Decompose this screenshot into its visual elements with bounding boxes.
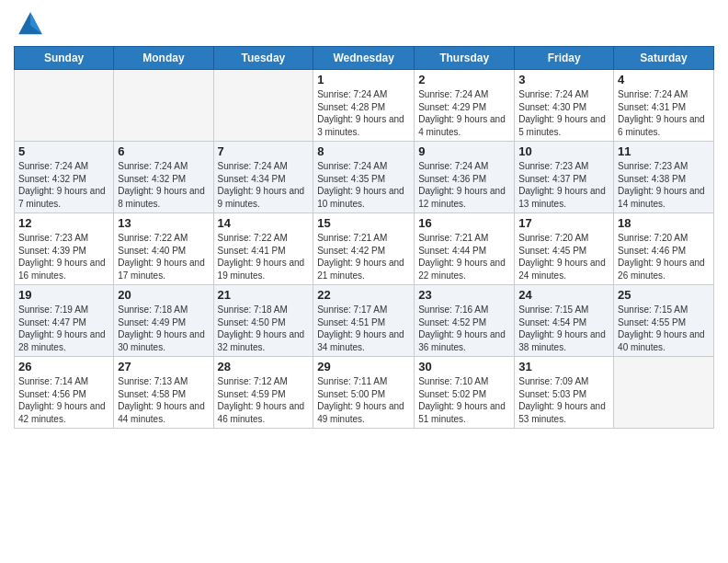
day-number: 14: [218, 216, 310, 230]
day-number: 20: [118, 288, 209, 302]
day-info: Sunrise: 7:21 AMSunset: 4:42 PMDaylight:…: [317, 232, 410, 282]
day-info: Sunrise: 7:24 AMSunset: 4:34 PMDaylight:…: [218, 160, 310, 210]
day-info: Sunrise: 7:24 AMSunset: 4:36 PMDaylight:…: [418, 160, 510, 210]
day-number: 19: [18, 288, 109, 302]
day-number: 27: [118, 360, 209, 373]
calendar-cell: 11Sunrise: 7:23 AMSunset: 4:38 PMDayligh…: [614, 142, 714, 213]
day-info: Sunrise: 7:15 AMSunset: 4:54 PMDaylight:…: [518, 304, 609, 353]
calendar-cell: 19Sunrise: 7:19 AMSunset: 4:47 PMDayligh…: [15, 285, 114, 357]
day-info: Sunrise: 7:24 AMSunset: 4:32 PMDaylight:…: [18, 160, 109, 210]
calendar-cell: 13Sunrise: 7:22 AMSunset: 4:40 PMDayligh…: [114, 213, 213, 285]
calendar-cell: 16Sunrise: 7:21 AMSunset: 4:44 PMDayligh…: [415, 213, 515, 285]
day-number: 12: [18, 216, 109, 230]
calendar-cell: [213, 70, 313, 142]
day-number: 8: [317, 144, 410, 158]
day-info: Sunrise: 7:24 AMSunset: 4:35 PMDaylight:…: [317, 160, 410, 210]
calendar-cell: [15, 70, 114, 142]
day-number: 28: [218, 360, 310, 373]
calendar-cell: 10Sunrise: 7:23 AMSunset: 4:37 PMDayligh…: [515, 142, 614, 213]
calendar-cell: 29Sunrise: 7:11 AMSunset: 5:00 PMDayligh…: [313, 357, 415, 429]
day-info: Sunrise: 7:13 AMSunset: 4:58 PMDaylight:…: [118, 375, 209, 425]
day-number: 11: [618, 144, 710, 158]
day-number: 29: [317, 360, 410, 373]
day-number: 30: [418, 360, 510, 373]
day-info: Sunrise: 7:12 AMSunset: 4:59 PMDaylight:…: [218, 375, 310, 425]
day-info: Sunrise: 7:20 AMSunset: 4:46 PMDaylight:…: [618, 232, 710, 282]
week-row-3: 12Sunrise: 7:23 AMSunset: 4:39 PMDayligh…: [15, 213, 714, 285]
day-number: 31: [518, 360, 609, 373]
calendar-cell: 30Sunrise: 7:10 AMSunset: 5:02 PMDayligh…: [415, 357, 515, 429]
week-row-4: 19Sunrise: 7:19 AMSunset: 4:47 PMDayligh…: [15, 285, 714, 357]
day-info: Sunrise: 7:22 AMSunset: 4:41 PMDaylight:…: [218, 232, 310, 282]
day-info: Sunrise: 7:24 AMSunset: 4:32 PMDaylight:…: [118, 160, 209, 210]
calendar-cell: [114, 70, 213, 142]
day-info: Sunrise: 7:18 AMSunset: 4:49 PMDaylight:…: [118, 304, 209, 353]
day-info: Sunrise: 7:14 AMSunset: 4:56 PMDaylight:…: [18, 375, 109, 425]
calendar-cell: 24Sunrise: 7:15 AMSunset: 4:54 PMDayligh…: [515, 285, 614, 357]
day-info: Sunrise: 7:11 AMSunset: 5:00 PMDaylight:…: [317, 375, 410, 425]
day-info: Sunrise: 7:21 AMSunset: 4:44 PMDaylight:…: [418, 232, 510, 282]
day-info: Sunrise: 7:24 AMSunset: 4:28 PMDaylight:…: [317, 88, 410, 138]
day-info: Sunrise: 7:24 AMSunset: 4:31 PMDaylight:…: [618, 88, 710, 138]
day-number: 4: [618, 73, 710, 86]
day-number: 7: [218, 144, 310, 158]
day-info: Sunrise: 7:17 AMSunset: 4:51 PMDaylight:…: [317, 304, 410, 353]
weekday-wednesday: Wednesday: [313, 47, 415, 70]
calendar-cell: 14Sunrise: 7:22 AMSunset: 4:41 PMDayligh…: [213, 213, 313, 285]
calendar-cell: 4Sunrise: 7:24 AMSunset: 4:31 PMDaylight…: [614, 70, 714, 142]
calendar-cell: 7Sunrise: 7:24 AMSunset: 4:34 PMDaylight…: [213, 142, 313, 213]
calendar-cell: 12Sunrise: 7:23 AMSunset: 4:39 PMDayligh…: [15, 213, 114, 285]
day-info: Sunrise: 7:23 AMSunset: 4:37 PMDaylight:…: [518, 160, 609, 210]
day-number: 24: [518, 288, 609, 302]
weekday-sunday: Sunday: [15, 47, 114, 70]
calendar-cell: 3Sunrise: 7:24 AMSunset: 4:30 PMDaylight…: [515, 70, 614, 142]
calendar-cell: 18Sunrise: 7:20 AMSunset: 4:46 PMDayligh…: [614, 213, 714, 285]
day-number: 3: [518, 73, 609, 86]
calendar-cell: 25Sunrise: 7:15 AMSunset: 4:55 PMDayligh…: [614, 285, 714, 357]
weekday-saturday: Saturday: [614, 47, 714, 70]
day-number: 16: [418, 216, 510, 230]
day-info: Sunrise: 7:16 AMSunset: 4:52 PMDaylight:…: [418, 304, 510, 353]
calendar-cell: 26Sunrise: 7:14 AMSunset: 4:56 PMDayligh…: [15, 357, 114, 429]
weekday-tuesday: Tuesday: [213, 47, 313, 70]
day-number: 18: [618, 216, 710, 230]
calendar-cell: 31Sunrise: 7:09 AMSunset: 5:03 PMDayligh…: [515, 357, 614, 429]
calendar-cell: 28Sunrise: 7:12 AMSunset: 4:59 PMDayligh…: [213, 357, 313, 429]
calendar-cell: 20Sunrise: 7:18 AMSunset: 4:49 PMDayligh…: [114, 285, 213, 357]
day-number: 26: [18, 360, 109, 373]
logo-icon: [16, 9, 45, 39]
day-number: 13: [118, 216, 209, 230]
calendar-cell: 2Sunrise: 7:24 AMSunset: 4:29 PMDaylight…: [415, 70, 515, 142]
day-info: Sunrise: 7:23 AMSunset: 4:39 PMDaylight:…: [18, 232, 109, 282]
day-info: Sunrise: 7:18 AMSunset: 4:50 PMDaylight:…: [218, 304, 310, 353]
day-number: 21: [218, 288, 310, 302]
calendar-table: SundayMondayTuesdayWednesdayThursdayFrid…: [14, 46, 714, 429]
calendar-cell: 21Sunrise: 7:18 AMSunset: 4:50 PMDayligh…: [213, 285, 313, 357]
calendar-cell: 6Sunrise: 7:24 AMSunset: 4:32 PMDaylight…: [114, 142, 213, 213]
header: [14, 9, 714, 39]
day-info: Sunrise: 7:19 AMSunset: 4:47 PMDaylight:…: [18, 304, 109, 353]
day-info: Sunrise: 7:20 AMSunset: 4:45 PMDaylight:…: [518, 232, 609, 282]
weekday-monday: Monday: [114, 47, 213, 70]
calendar-cell: 23Sunrise: 7:16 AMSunset: 4:52 PMDayligh…: [415, 285, 515, 357]
day-info: Sunrise: 7:24 AMSunset: 4:30 PMDaylight:…: [518, 88, 609, 138]
calendar-cell: 5Sunrise: 7:24 AMSunset: 4:32 PMDaylight…: [15, 142, 114, 213]
weekday-thursday: Thursday: [415, 47, 515, 70]
calendar-cell: 27Sunrise: 7:13 AMSunset: 4:58 PMDayligh…: [114, 357, 213, 429]
day-number: 22: [317, 288, 410, 302]
calendar-cell: [614, 357, 714, 429]
day-number: 10: [518, 144, 609, 158]
day-info: Sunrise: 7:24 AMSunset: 4:29 PMDaylight:…: [418, 88, 510, 138]
day-number: 5: [18, 144, 109, 158]
calendar-cell: 22Sunrise: 7:17 AMSunset: 4:51 PMDayligh…: [313, 285, 415, 357]
calendar-cell: 17Sunrise: 7:20 AMSunset: 4:45 PMDayligh…: [515, 213, 614, 285]
calendar-cell: 15Sunrise: 7:21 AMSunset: 4:42 PMDayligh…: [313, 213, 415, 285]
week-row-2: 5Sunrise: 7:24 AMSunset: 4:32 PMDaylight…: [15, 142, 714, 213]
week-row-5: 26Sunrise: 7:14 AMSunset: 4:56 PMDayligh…: [15, 357, 714, 429]
day-number: 25: [618, 288, 710, 302]
day-number: 9: [418, 144, 510, 158]
day-info: Sunrise: 7:10 AMSunset: 5:02 PMDaylight:…: [418, 375, 510, 425]
weekday-header-row: SundayMondayTuesdayWednesdayThursdayFrid…: [15, 47, 714, 70]
day-number: 15: [317, 216, 410, 230]
calendar-cell: 1Sunrise: 7:24 AMSunset: 4:28 PMDaylight…: [313, 70, 415, 142]
